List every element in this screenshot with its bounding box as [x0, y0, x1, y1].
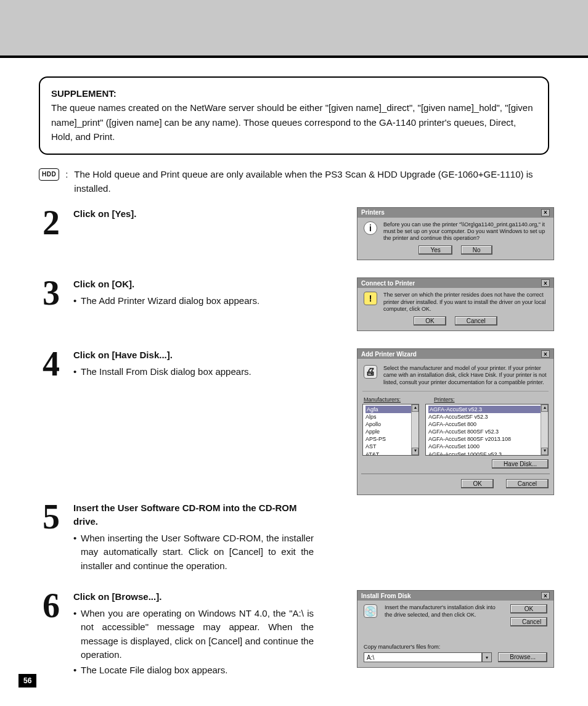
- cancel-button[interactable]: Cancel: [506, 479, 549, 488]
- supplement-box: SUPPLEMENT: The queue names created on t…: [39, 76, 549, 155]
- manufacturers-label: Manufacturers:: [364, 396, 401, 403]
- scroll-up-icon[interactable]: ▴: [541, 404, 548, 412]
- step-title: Click on [Yes].: [73, 207, 314, 221]
- step-title: Click on [Browse...].: [73, 590, 314, 604]
- list-item[interactable]: Apple: [365, 428, 416, 435]
- info-icon: i: [364, 221, 377, 235]
- step-number: 2: [39, 207, 63, 238]
- printers-listbox[interactable]: AGFA-AccuSet v52.3 AGFA-AccuSetSF v52.3 …: [425, 404, 549, 456]
- close-icon[interactable]: ×: [541, 350, 550, 358]
- close-icon[interactable]: ×: [541, 209, 550, 216]
- ok-button[interactable]: OK: [461, 479, 493, 488]
- path-combobox[interactable]: ▾: [364, 652, 492, 662]
- step-bullet: When inserting the User Software CD-ROM,…: [73, 532, 314, 573]
- list-item[interactable]: Agfa: [365, 406, 416, 413]
- scroll-up-icon[interactable]: ▴: [412, 404, 419, 412]
- dialog-title: Connect to Printer: [361, 280, 415, 287]
- scrollbar[interactable]: ▴▾: [411, 404, 419, 455]
- list-item[interactable]: AGFA-AccuSetSF v52.3: [428, 413, 545, 421]
- step-3: 3 Click on [OK]. The Add Printer Wizard …: [39, 277, 554, 331]
- cancel-button[interactable]: Cancel: [510, 617, 547, 626]
- step-number: 5: [39, 501, 63, 532]
- scroll-down-icon[interactable]: ▾: [412, 448, 419, 455]
- list-item[interactable]: AGFA-AccuSet 800SF v52.3: [428, 428, 545, 435]
- step-title: Click on [Have Disk...].: [73, 348, 314, 363]
- hdd-badge: HDD: [39, 168, 59, 181]
- hdd-text: The Hold queue and Print queue are only …: [74, 167, 549, 196]
- dialog-title: Printers: [361, 209, 385, 216]
- step-bullet: The Install From Disk dialog box appears…: [73, 365, 314, 379]
- list-item[interactable]: AGFA-AccuSet 1000SF v52.3: [428, 451, 545, 456]
- dialog-message: The server on which the printer resides …: [383, 292, 547, 313]
- warning-icon: !: [364, 292, 377, 305]
- dialog-message: Before you can use the printer "\\Org\ga…: [383, 221, 547, 242]
- ok-button[interactable]: OK: [510, 604, 547, 614]
- close-icon[interactable]: ×: [541, 279, 550, 287]
- printers-label: Printers:: [434, 396, 455, 403]
- header-rule: [0, 55, 588, 58]
- step-title: Insert the User Software CD-ROM into the…: [73, 501, 314, 529]
- disk-icon: 💿: [364, 604, 377, 618]
- list-item[interactable]: APS-PS: [365, 435, 416, 443]
- step-2: 2 Click on [Yes]. Printers× i Before you…: [39, 207, 554, 261]
- hdd-colon: :: [65, 167, 68, 181]
- no-button[interactable]: No: [461, 245, 492, 255]
- list-item[interactable]: Apollo: [365, 421, 416, 428]
- step-number: 4: [39, 348, 63, 379]
- scrollbar[interactable]: ▴▾: [541, 404, 548, 455]
- printer-icon: 🖨: [364, 365, 377, 379]
- list-item[interactable]: AT&T: [365, 451, 416, 456]
- list-item[interactable]: AGFA-AccuSet 800: [428, 421, 545, 428]
- copy-from-label: Copy manufacturer's files from:: [364, 644, 547, 650]
- have-disk-button[interactable]: Have Disk...: [492, 459, 549, 469]
- dialog-message: Insert the manufacturer's installation d…: [385, 604, 503, 626]
- supplement-text: The queue names created on the NetWare s…: [51, 101, 537, 144]
- scroll-down-icon[interactable]: ▾: [541, 448, 548, 455]
- wizard-intro: Select the manufacturer and model of you…: [383, 365, 547, 386]
- list-item[interactable]: AST: [365, 443, 416, 450]
- step-title: Click on [OK].: [73, 277, 314, 292]
- step-5: 5 Insert the User Software CD-ROM into t…: [39, 501, 554, 573]
- step-number: 3: [39, 277, 63, 308]
- manual-page: SUPPLEMENT: The queue names created on t…: [0, 0, 588, 706]
- dropdown-icon[interactable]: ▾: [482, 652, 492, 662]
- list-item[interactable]: AGFA-AccuSet v52.3: [428, 406, 545, 413]
- path-input[interactable]: [364, 652, 482, 662]
- hdd-note: HDD : The Hold queue and Print queue are…: [39, 167, 549, 196]
- cancel-button[interactable]: Cancel: [455, 316, 497, 326]
- dialog-title: Add Printer Wizard: [361, 351, 417, 358]
- install-from-disk-dialog: Install From Disk× 💿 Insert the manufact…: [357, 590, 554, 668]
- step-number: 6: [39, 590, 63, 621]
- page-number: 56: [18, 674, 36, 688]
- step-bullet: When you are operating on Windows NT 4.0…: [73, 607, 314, 662]
- supplement-heading: SUPPLEMENT:: [51, 86, 537, 101]
- manufacturers-listbox[interactable]: Agfa Alps Apollo Apple APS-PS AST AT&T ▴…: [362, 404, 419, 456]
- connect-to-printer-dialog: Connect to Printer× ! The server on whic…: [357, 277, 554, 331]
- add-printer-wizard-dialog: Add Printer Wizard× 🖨 Select the manufac…: [357, 348, 554, 495]
- ok-button[interactable]: OK: [414, 316, 446, 326]
- list-item[interactable]: AGFA-AccuSet 1000: [428, 443, 545, 450]
- printers-dialog: Printers× i Before you can use the print…: [357, 207, 554, 261]
- browse-button[interactable]: Browse...: [498, 652, 547, 662]
- dialog-title: Install From Disk: [361, 593, 411, 599]
- close-icon[interactable]: ×: [541, 592, 550, 599]
- steps: 2 Click on [Yes]. Printers× i Before you…: [39, 207, 554, 678]
- list-item[interactable]: Alps: [365, 413, 416, 421]
- step-4: 4 Click on [Have Disk...]. The Install F…: [39, 348, 554, 495]
- yes-button[interactable]: Yes: [419, 245, 452, 255]
- step-bullet: The Add Printer Wizard dialog box appear…: [73, 294, 314, 308]
- step-bullet: The Locate File dialog box appears.: [73, 663, 314, 678]
- list-item[interactable]: AGFA-AccuSet 800SF v2013.108: [428, 435, 545, 443]
- step-6: 6 Click on [Browse...]. When you are ope…: [39, 590, 554, 677]
